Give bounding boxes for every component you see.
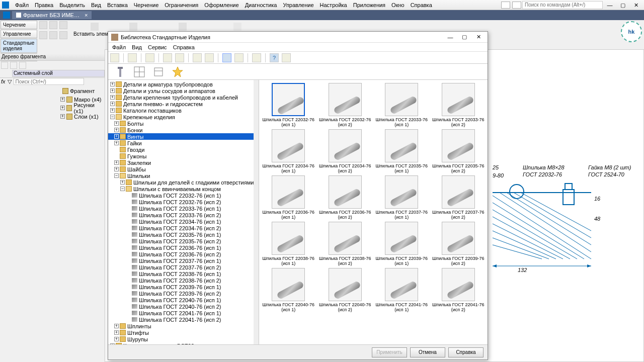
open-icon[interactable] [49,21,57,29]
help-button[interactable]: Справка [448,347,484,357]
menu-Приложения[interactable]: Приложения [350,2,388,9]
tree-leaf[interactable]: Шпилька ГОСТ 22033-76 (исп 1) [108,205,259,212]
tree-row[interactable]: +Слои (x1) [0,112,105,121]
thumbnail-item[interactable]: Шпилька ГОСТ 22036-76(исп 2) [319,175,372,220]
filter-icon[interactable]: ▽ [8,78,12,85]
menu-Вставка[interactable]: Вставка [104,2,131,9]
dialog-minimize-button[interactable]: — [444,34,456,40]
expand-icon[interactable]: + [110,88,115,93]
library-tree[interactable]: +Детали и арматура трубопроводов +Детали… [108,80,259,344]
menu-Правка[interactable]: Правка [32,2,56,9]
dialog-close-button[interactable]: ✕ [472,34,485,40]
undo-icon[interactable] [39,31,47,39]
view-thumbs-icon[interactable] [222,53,231,62]
thumbnail-item[interactable]: Шпилька ГОСТ 22033-76(исп 1) [375,83,428,127]
thumbnail-item[interactable]: Шпилька ГОСТ 22040-76(исп 1) [262,268,315,312]
collapse-icon[interactable]: − [110,115,115,119]
thumbnail-item[interactable]: Шпилька ГОСТ 22041-76(исп 2) [432,268,485,312]
thumbnail-item[interactable]: Шпилька ГОСТ 22037-76(исп 1) [375,175,428,220]
thumbnail-item[interactable]: Шпилька ГОСТ 22035-76(исп 1) [375,129,428,173]
menu-Справка[interactable]: Справка [408,2,435,9]
menu-Окно[interactable]: Окно [388,2,408,9]
tree-leaf[interactable]: Шпилька ГОСТ 22036-76 (исп 2) [108,251,259,257]
menu-Выделить[interactable]: Выделить [56,2,88,9]
menu-Диагностика[interactable]: Диагностика [242,2,280,9]
new-icon[interactable] [39,21,47,29]
mode-manage-button[interactable]: Управление [1,30,37,38]
save-icon[interactable] [59,21,67,29]
menu-Оформление[interactable]: Оформление [201,2,242,9]
tree-tool-icon[interactable] [1,62,8,69]
tree-row-fragment[interactable]: Фрагмент [0,86,105,95]
tree-scrollbar[interactable] [254,80,259,344]
expand-icon[interactable]: + [114,134,119,139]
layout-icon[interactable] [501,2,510,9]
thumbnail-item[interactable]: Шпилька ГОСТ 22035-76(исп 2) [432,129,485,173]
copy-icon[interactable] [163,53,172,62]
tree-leaf[interactable]: Шпилька ГОСТ 22040-76 (исп 2) [108,303,259,310]
dialog-menu-Вид[interactable]: Вид [132,44,142,50]
tree-leaf[interactable]: Шпилька ГОСТ 22032-76 (исп 2) [108,199,259,205]
dialog-menu-Сервис[interactable]: Сервис [148,44,167,50]
thumbnail-item[interactable]: Шпилька ГОСТ 22038-76(исп 2) [319,222,372,266]
menu-Настройка[interactable]: Настройка [317,2,350,9]
expand-icon[interactable]: + [110,102,115,106]
menu-Вид[interactable]: Вид [88,2,104,9]
tree-leaf[interactable]: Шпилька ГОСТ 22036-76 (исп 1) [108,244,259,251]
tree-leaf[interactable]: Шпилька ГОСТ 22041-76 (исп 1) [108,310,259,316]
system-layer-field[interactable]: Системный слой [12,70,105,77]
app-tab-icon[interactable] [3,12,10,19]
collapse-icon[interactable]: − [114,173,119,178]
tab-close-icon[interactable]: × [85,12,88,18]
expand-icon[interactable]: + [120,180,125,185]
tree-leaf[interactable]: Шпилька ГОСТ 22040-76 (исп 1) [108,297,259,303]
tree-leaf[interactable]: Шпилька ГОСТ 22033-76 (исп 2) [108,212,259,218]
tab-favorites-icon[interactable] [172,66,184,78]
menu-Черчение[interactable]: Черчение [131,2,162,9]
thumbnail-item[interactable]: Шпилька ГОСТ 22040-76(исп 2) [319,268,372,312]
search-icon[interactable] [128,53,137,62]
expand-icon[interactable]: + [60,114,65,119]
tree-row[interactable]: +Рисунки (x1) [0,104,105,112]
thumbnail-item[interactable]: Шпилька ГОСТ 22033-76(исп 2) [432,83,485,127]
expand-icon[interactable]: + [114,167,119,171]
expand-icon[interactable]: + [60,97,65,102]
tree-search-input[interactable] [14,78,84,85]
tree-row-selected[interactable]: +Винты [108,133,259,140]
dialog-menu-Справка[interactable]: Справка [173,44,195,50]
fx-icon[interactable]: fx [1,78,6,84]
thumbnail-pane[interactable]: Шпилька ГОСТ 22032-76(исп 1)Шпилька ГОСТ… [259,80,488,344]
tree-leaf[interactable]: Шпилька ГОСТ 22035-76 (исп 2) [108,238,259,244]
thumbnail-item[interactable]: Шпилька ГОСТ 22032-76(исп 1) [262,83,315,127]
apply-button[interactable]: Применить [372,347,407,357]
tab-screw-icon[interactable] [114,66,126,78]
close-button[interactable]: ✕ [630,1,642,10]
redo-icon[interactable] [49,31,57,39]
tree-leaf[interactable]: Шпилька ГОСТ 22034-76 (исп 1) [108,218,259,225]
dialog-titlebar[interactable]: Библиотека Стандартные Изделия — ▢ ✕ [108,32,488,43]
tab-draft-icon[interactable] [152,66,165,78]
thumbnail-item[interactable]: Шпилька ГОСТ 22034-76(исп 1) [262,129,315,173]
help-icon[interactable]: ? [270,53,279,62]
tree-tool-icon[interactable] [10,62,17,69]
tree-leaf[interactable]: Шпилька ГОСТ 22038-76 (исп 2) [108,277,259,284]
dialog-maximize-button[interactable]: ▢ [458,34,470,40]
thumbnail-item[interactable]: Шпилька ГОСТ 22037-76(исп 2) [432,175,485,220]
paste-icon[interactable] [175,53,184,62]
collapse-icon[interactable]: − [120,187,125,191]
home-icon[interactable] [110,53,119,62]
expand-icon[interactable]: + [60,106,65,110]
expand-icon[interactable]: + [114,337,119,341]
expand-icon[interactable]: + [110,82,115,86]
theme-icon[interactable] [512,2,521,9]
tree-leaf[interactable]: Шпилька ГОСТ 22032-76 (исп 1) [108,192,259,199]
menu-Ограничения[interactable]: Ограничения [162,2,201,9]
menu-Файл[interactable]: Файл [12,2,32,9]
thumbnail-item[interactable]: Шпилька ГОСТ 22039-76(исп 2) [432,222,485,266]
expand-icon[interactable]: + [114,324,119,328]
tab-grid-icon[interactable] [133,66,145,78]
thumbnail-item[interactable]: Шпилька ГОСТ 22036-76(исп 1) [262,175,315,220]
mode-drawing-button[interactable]: Черчение [1,21,37,29]
print-icon[interactable] [59,31,67,39]
tree-leaf[interactable]: Шпилька ГОСТ 22037-76 (исп 2) [108,264,259,270]
